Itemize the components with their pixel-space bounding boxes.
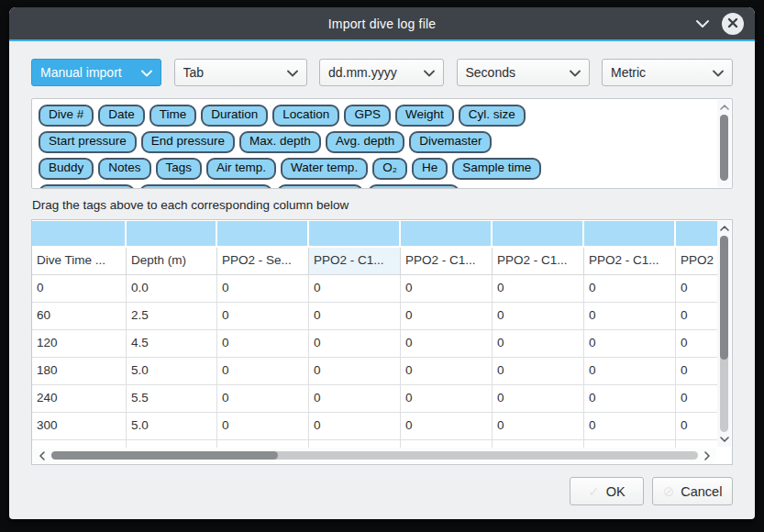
tag-tags[interactable]: Tags bbox=[156, 158, 203, 180]
table-row: 2405.5000000 bbox=[32, 385, 717, 413]
tags-vertical-scrollbar[interactable] bbox=[717, 100, 731, 187]
field-separator-select[interactable]: Tab bbox=[174, 59, 307, 86]
table-row: 602.5000000 bbox=[32, 303, 717, 330]
scrollbar-thumb[interactable] bbox=[720, 236, 728, 360]
drop-target-cell[interactable] bbox=[584, 221, 674, 246]
chevron-down-icon bbox=[136, 65, 152, 80]
table-cell: 0 bbox=[309, 385, 401, 413]
table-cell: 0 bbox=[493, 358, 584, 385]
table-vertical-scrollbar[interactable] bbox=[717, 221, 731, 447]
table-cell: 120 bbox=[32, 330, 127, 358]
table-cell bbox=[127, 440, 217, 448]
table-cell: 0 bbox=[401, 413, 493, 440]
table-cell: 0 bbox=[676, 358, 717, 385]
tag-start-pressure[interactable]: Start pressure bbox=[39, 131, 137, 153]
tag-duration[interactable]: Duration bbox=[201, 105, 268, 127]
table-cell: 0 bbox=[217, 330, 309, 358]
tag-date[interactable]: Date bbox=[98, 105, 145, 127]
table-cell: 0 bbox=[493, 385, 584, 413]
table-cell: 0 bbox=[493, 330, 584, 358]
table-cell: 0 bbox=[676, 275, 717, 303]
table-cell: 0 bbox=[584, 358, 676, 385]
duration-format-select[interactable]: Seconds bbox=[457, 59, 590, 86]
tag-sample-temperature[interactable]: Sample temperature bbox=[139, 184, 271, 188]
table-cell: 0 bbox=[584, 330, 676, 358]
import-mode-select[interactable]: Manual import bbox=[31, 59, 161, 86]
tag-sample-time[interactable]: Sample time bbox=[452, 158, 541, 180]
table-cell: 0 bbox=[217, 275, 309, 303]
tag-air-temp[interactable]: Air temp. bbox=[206, 158, 276, 180]
tag-time[interactable]: Time bbox=[149, 105, 197, 127]
table-cell: 0 bbox=[493, 275, 584, 303]
table-horizontal-scrollbar[interactable] bbox=[33, 448, 716, 463]
column-drop-row bbox=[32, 220, 717, 248]
table-cell: 240 bbox=[32, 385, 127, 413]
tag-buddy[interactable]: Buddy bbox=[39, 158, 94, 180]
table-cell bbox=[217, 440, 309, 448]
tag-dive[interactable]: Dive # bbox=[39, 105, 94, 127]
cancel-circle-icon: ⊘ bbox=[663, 483, 675, 500]
scroll-down-icon[interactable] bbox=[717, 433, 731, 446]
table-cell: 0 bbox=[217, 385, 309, 413]
tag-he[interactable]: He bbox=[412, 158, 448, 180]
scrollbar-thumb[interactable] bbox=[51, 451, 278, 460]
scrollbar-track bbox=[720, 236, 728, 432]
drop-target-cell[interactable] bbox=[493, 221, 582, 246]
scrollbar-thumb[interactable] bbox=[720, 115, 728, 181]
table-cell: 0 bbox=[676, 413, 717, 440]
drop-target-cell[interactable] bbox=[309, 221, 399, 246]
table-cell: 5.5 bbox=[127, 385, 217, 413]
table-cell: 0 bbox=[217, 413, 309, 440]
tag-avg-depth[interactable]: Avg. depth bbox=[326, 131, 404, 153]
date-format-select[interactable]: dd.mm.yyyy bbox=[319, 59, 444, 86]
close-button[interactable] bbox=[722, 13, 744, 35]
date-format-value: dd.mm.yyyy bbox=[328, 65, 418, 80]
table-grid: Dive Time ...Depth (m)PPO2 - Se...PPO2 -… bbox=[32, 220, 717, 448]
table-cell: 0 bbox=[309, 413, 401, 440]
tag-sample-po[interactable]: Sample pO₂ bbox=[277, 184, 364, 188]
chevron-down-icon bbox=[282, 65, 298, 80]
scroll-right-icon[interactable] bbox=[700, 448, 714, 463]
tag-gps[interactable]: GPS bbox=[344, 105, 391, 127]
tag-max-depth[interactable]: Max. depth bbox=[239, 131, 321, 153]
scroll-left-icon[interactable] bbox=[35, 448, 50, 463]
table-cell: 0 bbox=[309, 275, 401, 303]
shade-button[interactable] bbox=[694, 16, 711, 32]
table-cell: 0 bbox=[217, 358, 309, 385]
drop-target-cell[interactable] bbox=[401, 221, 491, 246]
table-cell: 0 bbox=[676, 385, 717, 413]
tag-end-pressure[interactable]: End pressure bbox=[141, 131, 235, 153]
tag-location[interactable]: Location bbox=[272, 105, 339, 127]
tag-weight[interactable]: Weight bbox=[395, 105, 454, 127]
scroll-up-icon[interactable] bbox=[717, 222, 731, 235]
table-cell: 0 bbox=[309, 303, 401, 330]
drop-target-cell[interactable] bbox=[676, 221, 717, 246]
table-cell: 0 bbox=[309, 330, 401, 358]
table-cell: 0 bbox=[584, 413, 676, 440]
table-cell bbox=[309, 440, 401, 448]
table-cell bbox=[584, 440, 676, 448]
chevron-down-icon bbox=[418, 65, 435, 80]
tag-notes[interactable]: Notes bbox=[98, 158, 150, 180]
drop-target-cell[interactable] bbox=[217, 221, 307, 246]
units-select[interactable]: Metric bbox=[602, 59, 733, 86]
cancel-button[interactable]: ⊘Cancel bbox=[652, 477, 733, 505]
titlebar: Import dive log file bbox=[9, 7, 755, 41]
tag-water-temp[interactable]: Water temp. bbox=[281, 158, 368, 180]
table-cell: 0 bbox=[584, 385, 676, 413]
tag-sample-depth[interactable]: Sample depth bbox=[39, 184, 135, 188]
scroll-up-icon[interactable] bbox=[717, 101, 731, 114]
tag-cyl-size[interactable]: Cyl. size bbox=[459, 105, 526, 127]
tag-o[interactable]: O₂ bbox=[372, 158, 407, 180]
drop-target-cell[interactable] bbox=[127, 221, 216, 246]
column-header: PPO2 - C1... bbox=[309, 248, 401, 275]
scrollbar-track bbox=[720, 115, 728, 172]
tag-divemaster[interactable]: Divemaster bbox=[409, 131, 492, 153]
import-preview-table: Dive Time ...Depth (m)PPO2 - Se...PPO2 -… bbox=[31, 219, 733, 465]
tag-sample-cns[interactable]: Sample CNS bbox=[368, 184, 460, 188]
table-cell: 0 bbox=[584, 303, 676, 330]
ok-button[interactable]: ✓OK bbox=[570, 477, 644, 505]
drop-target-cell[interactable] bbox=[32, 221, 125, 246]
table-cell: 0 bbox=[676, 303, 717, 330]
table-cell: 0 bbox=[676, 330, 717, 358]
